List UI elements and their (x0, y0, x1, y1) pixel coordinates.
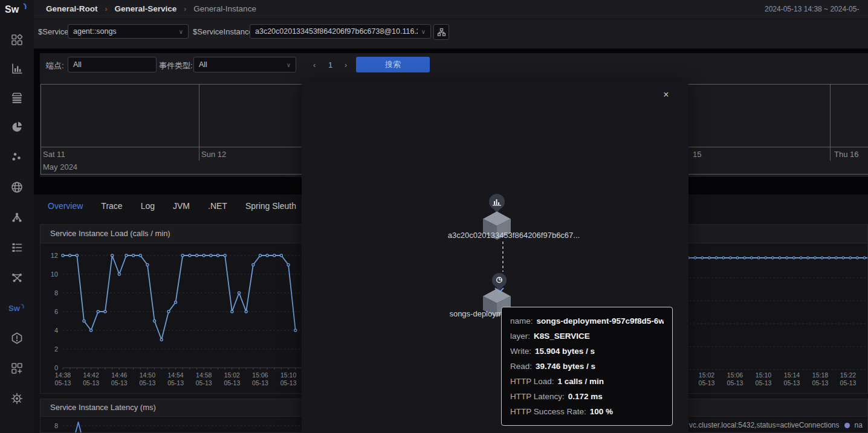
tooltip-label: name: (510, 316, 533, 326)
topology-icon (10, 211, 24, 224)
svg-text:14:54: 14:54 (167, 371, 183, 379)
tooltip-value: 0.172 ms (568, 392, 603, 401)
alert-hexagon-icon (10, 332, 24, 345)
tooltip-label: HTTP Latency: (510, 392, 565, 401)
event-type-select[interactable]: All ∨ (193, 57, 296, 72)
sidebar-item-infrastructure[interactable] (0, 117, 34, 137)
skywalking-app: Sw (0, 0, 868, 433)
tooltip-row: Read:39.746 bytes / s (510, 359, 664, 374)
tooltip-value: 39.746 bytes / s (536, 362, 595, 371)
timeline-day-separator (830, 85, 831, 161)
breadcrumb-separator: › (184, 5, 186, 13)
sidebar-item-metrics[interactable] (0, 59, 34, 79)
sidebar-item-service-mesh[interactable] (0, 268, 34, 288)
svg-text:15:10: 15:10 (756, 371, 771, 379)
sidebar-item-alerting[interactable] (0, 328, 34, 348)
sidebar-item-new-dashboard[interactable] (0, 358, 34, 379)
svg-text:6: 6 (54, 308, 58, 315)
svg-text:15:14: 15:14 (784, 371, 800, 379)
instance-topology-button[interactable] (433, 24, 449, 40)
bar-chart-icon (10, 62, 24, 75)
svg-text:05-13: 05-13 (83, 379, 99, 386)
sidebar-item-dashboards[interactable] (0, 30, 34, 50)
sidebar-item-browser[interactable] (0, 177, 34, 197)
dashboard-icon (10, 33, 24, 47)
tab-log[interactable]: Log (141, 201, 155, 211)
chevron-down-icon: ∨ (421, 28, 426, 35)
tooltip-row: HTTP Latency:0.172 ms (510, 389, 664, 404)
tooltip-label: HTTP Success Rate: (510, 407, 586, 416)
breadcrumb-item[interactable]: General-Instance (193, 4, 256, 13)
svg-text:0: 0 (54, 364, 58, 371)
service-selector-label: $Service (38, 27, 69, 36)
globe-icon (10, 181, 24, 194)
svg-text:4: 4 (54, 327, 58, 334)
timeline-day-label: Sun 12 (201, 150, 226, 159)
svg-text:05-13: 05-13 (699, 379, 715, 386)
svg-text:15:18: 15:18 (812, 371, 828, 379)
instance-topology-dialog: × a3c20c020133453f864206f97b6c67... song… (302, 82, 688, 433)
svg-text:2: 2 (54, 345, 58, 353)
grid-plus-icon (10, 362, 24, 375)
tooltip-value: 15.904 bytes / s (535, 347, 595, 356)
legend-text: vc.cluster.local:5432,status=activeConne… (689, 421, 839, 429)
breadcrumb-separator: › (105, 5, 108, 13)
prev-page-button[interactable]: ‹ (313, 60, 316, 69)
svg-text:05-13: 05-13 (784, 379, 800, 386)
event-type-select-value: All (199, 60, 283, 69)
tab-jvm[interactable]: JVM (173, 201, 190, 211)
instance-selector-label: $ServiceInstance (193, 27, 253, 36)
endpoint-filter-input[interactable] (68, 57, 157, 72)
timeline-day-separator (199, 85, 199, 161)
svg-text:15:06: 15:06 (252, 371, 268, 379)
layers-icon (10, 91, 24, 104)
svg-text:12: 12 (51, 252, 58, 259)
tab--net[interactable]: .NET (208, 201, 227, 211)
page-number[interactable]: 1 (328, 60, 332, 69)
tab-overview[interactable]: Overview (48, 201, 83, 211)
tab-trace[interactable]: Trace (101, 201, 122, 211)
instance-selector[interactable]: a3c20c020133453f864206f97b6c6738@10.116.… (250, 24, 431, 39)
svg-text:05-13: 05-13 (840, 379, 857, 386)
tooltip-label: HTTP Load: (510, 377, 554, 386)
hierarchy-icon (437, 28, 446, 37)
svg-text:05-13: 05-13 (196, 379, 212, 386)
tooltip-row: layer:K8S_SERVICE (510, 329, 664, 344)
mesh-icon (10, 271, 24, 284)
skywalking-logo[interactable]: Sw (4, 1, 30, 21)
breadcrumb-item[interactable]: General-Service (115, 4, 177, 13)
sidebar-item-skywalking[interactable]: Sw (0, 298, 34, 318)
tab-spring-sleuth[interactable]: Spring Sleuth (245, 201, 296, 211)
logo-text: Sw (5, 4, 19, 14)
tooltip-value: 1 calls / min (558, 377, 604, 386)
sidebar-item-sampling[interactable] (0, 147, 34, 167)
sidebar-item-settings[interactable] (0, 388, 34, 409)
svg-text:15:22: 15:22 (840, 371, 856, 379)
timeline-day-label: Sat 11 (43, 150, 65, 159)
sidebar-item-database[interactable] (0, 88, 34, 108)
tooltip-label: Read: (510, 362, 532, 371)
svg-text:05-13: 05-13 (756, 379, 772, 386)
tooltip-value: songs-deployment-957c9f8d5-6wz26 (537, 316, 664, 326)
instance-node-badge (489, 194, 505, 213)
tooltip-label: Write: (510, 347, 531, 356)
tooltip-row: HTTP Success Rate:100 % (510, 404, 664, 419)
chevron-down-icon: ∨ (287, 62, 291, 68)
next-page-button[interactable]: › (345, 60, 347, 69)
service-selector[interactable]: agent::songs ∨ (68, 24, 189, 39)
sidebar-item-trace-list[interactable] (0, 237, 34, 258)
sidebar-item-topology[interactable] (0, 207, 34, 228)
search-button[interactable]: 搜索 (356, 57, 430, 72)
gear-icon (10, 392, 24, 405)
time-range-display[interactable]: 2024-05-13 14:38 ~ 2024-05- (765, 5, 859, 13)
svg-text:05-13: 05-13 (812, 379, 829, 386)
tooltip-row: name:songs-deployment-957c9f8d5-6wz26 (510, 313, 664, 329)
breadcrumb-item[interactable]: General-Root (46, 4, 98, 13)
svg-text:05-13: 05-13 (252, 379, 268, 386)
topology-node-label: a3c20c020133453f864206f97b6c67... (448, 231, 580, 240)
tooltip-value: K8S_SERVICE (534, 332, 590, 341)
svg-text:8: 8 (54, 422, 58, 429)
tooltip-row: Write:15.904 bytes / s (510, 344, 664, 359)
svg-text:Sw: Sw (8, 304, 21, 313)
svg-text:05-13: 05-13 (280, 379, 297, 386)
